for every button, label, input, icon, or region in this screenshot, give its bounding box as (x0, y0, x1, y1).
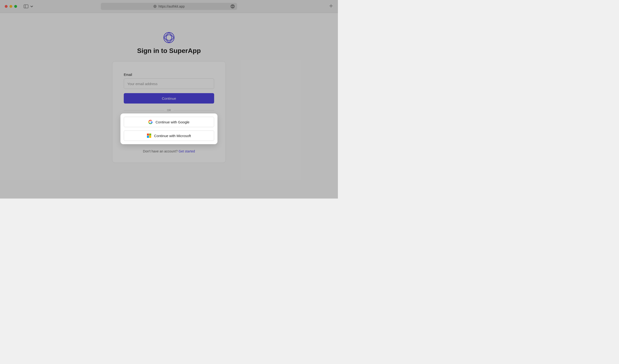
email-field[interactable] (124, 79, 214, 89)
svg-rect-9 (149, 134, 152, 136)
microsoft-icon (147, 134, 151, 138)
get-started-link[interactable]: Get started (179, 149, 195, 153)
svg-rect-10 (147, 136, 149, 138)
no-account-text: Don't have an account? (143, 149, 179, 153)
page-content: Sign in to SuperApp Email Continue OR Co (0, 13, 338, 199)
continue-microsoft-button[interactable]: Continue with Microsoft (124, 131, 214, 141)
plus-icon (329, 4, 333, 8)
continue-button[interactable]: Continue (124, 93, 214, 104)
divider-line-left (124, 110, 164, 110)
new-tab-button[interactable] (329, 4, 333, 9)
globe-icon (153, 5, 157, 8)
continue-google-button[interactable]: Continue with Google (124, 117, 214, 127)
page-title: Sign in to SuperApp (137, 47, 201, 54)
svg-point-5 (164, 32, 174, 43)
maximize-window-button[interactable] (14, 5, 17, 8)
more-options-button[interactable]: ••• (230, 4, 235, 9)
svg-point-7 (166, 35, 172, 40)
divider-line-right (174, 110, 214, 110)
close-window-button[interactable] (5, 5, 8, 8)
browser-toolbar: https://authkit.app ••• (0, 0, 338, 13)
divider: OR (124, 109, 214, 112)
svg-rect-8 (147, 134, 149, 136)
svg-rect-0 (24, 5, 28, 8)
chevron-down-icon (29, 4, 34, 8)
minimize-window-button[interactable] (10, 5, 12, 8)
email-label: Email (124, 73, 214, 77)
sidebar-icon (24, 4, 28, 8)
microsoft-button-label: Continue with Microsoft (154, 134, 191, 138)
app-logo-icon (163, 32, 175, 43)
sidebar-toggle-button[interactable] (24, 4, 34, 8)
signup-prompt: Don't have an account? Get started (124, 149, 214, 153)
divider-text: OR (167, 109, 171, 112)
window-controls (5, 5, 17, 8)
google-icon (148, 120, 153, 124)
svg-rect-11 (149, 136, 152, 138)
google-button-label: Continue with Google (155, 120, 189, 124)
social-buttons-section: Continue with Google Continue with Micro… (124, 117, 214, 141)
url-bar[interactable]: https://authkit.app ••• (101, 3, 237, 10)
signin-card: Email Continue OR Continue with Google (112, 61, 226, 163)
ellipsis-icon: ••• (231, 5, 234, 8)
url-text: https://authkit.app (158, 4, 185, 8)
